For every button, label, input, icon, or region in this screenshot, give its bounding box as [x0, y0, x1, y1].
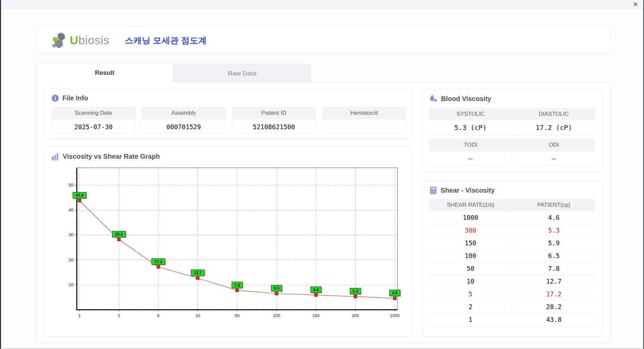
- chart-area: 10203040501251050100150300100043.828.217…: [61, 164, 406, 325]
- shear-viscosity-title-row: Shear - Viscosity: [429, 186, 595, 195]
- file-info-title-row: File Info: [51, 94, 406, 102]
- logo-letter-u: U: [70, 34, 78, 47]
- file-info-panel: File Info Scanning Date 2025-07-30 Assem…: [44, 89, 413, 139]
- svg-text:10: 10: [69, 282, 73, 287]
- svg-text:50: 50: [69, 183, 73, 188]
- field-value: [322, 120, 406, 134]
- field-patient-id: Patient ID 52108621500: [232, 107, 316, 134]
- sv-patient: 43.8: [512, 313, 596, 326]
- blood-viscosity-panel: Blood Viscosity SYSTOLIC DIASTOLIC 5.3 (…: [422, 89, 602, 172]
- sv-shear-rate: 1000: [429, 211, 512, 224]
- bar-chart-icon: [51, 152, 59, 160]
- svg-text:12.7: 12.7: [194, 270, 202, 275]
- shear-viscosity-table: SHEAR RATE(1/s) PATIENT(cp) 1000 4.6 300…: [429, 199, 595, 326]
- left-column: File Info Scanning Date 2025-07-30 Assem…: [44, 89, 413, 337]
- bv-header-systolic: SYSTOLIC: [429, 108, 512, 120]
- svg-text:43.8: 43.8: [75, 193, 84, 198]
- sv-header-patient: PATIENT(cp): [512, 199, 595, 211]
- result-content: File Info Scanning Date 2025-07-30 Assem…: [36, 82, 611, 343]
- bv-value-todi: –: [429, 151, 512, 166]
- app-title: 스캐닝 모세관 점도계: [125, 35, 207, 46]
- svg-text:150: 150: [312, 313, 320, 318]
- tab-bar: Result Raw Data: [36, 62, 311, 83]
- sv-shear-rate: 10: [429, 275, 512, 288]
- bv-value-systolic: 5.3 (cP): [429, 120, 512, 135]
- close-icon[interactable]: ✕: [633, 1, 638, 7]
- svg-text:300: 300: [352, 313, 359, 318]
- right-column: Blood Viscosity SYSTOLIC DIASTOLIC 5.3 (…: [422, 89, 602, 337]
- tab-raw-data[interactable]: Raw Data: [173, 64, 311, 83]
- graph-title: Viscosity vs Shear Rate Graph: [63, 153, 160, 160]
- bv-header-todi: TODI: [429, 139, 512, 151]
- sv-shear-rate: 2: [429, 301, 512, 313]
- svg-text:4.6: 4.6: [392, 291, 398, 295]
- logo-word-rest: biosis: [78, 34, 109, 47]
- svg-text:40: 40: [69, 207, 73, 212]
- calculator-icon: [429, 186, 437, 195]
- sv-shear-rate: 100: [429, 250, 512, 262]
- sv-shear-rate: 5: [429, 288, 512, 300]
- svg-text:28.2: 28.2: [115, 232, 123, 237]
- field-label: Patient ID: [232, 107, 316, 119]
- bv-header-row: TODI ODI: [429, 139, 595, 151]
- svg-text:1000: 1000: [390, 313, 400, 318]
- bv-header-odi: ODI: [512, 139, 595, 151]
- svg-text:30: 30: [69, 232, 73, 237]
- blood-viscosity-table: SYSTOLIC DIASTOLIC 5.3 (cP) 17.2 (cP) TO…: [429, 108, 595, 166]
- field-assembly: Assembly 000701529: [142, 107, 226, 134]
- file-info-fields: Scanning Date 2025-07-30 Assembly 000701…: [51, 107, 406, 134]
- sv-patient: 5.9: [512, 237, 596, 249]
- tab-result[interactable]: Result: [36, 62, 173, 83]
- sv-patient: 5.3: [512, 224, 596, 237]
- svg-text:5.3: 5.3: [353, 289, 358, 294]
- sv-shear-rate: 50: [429, 262, 512, 275]
- svg-text:20: 20: [69, 257, 73, 262]
- table-row: 50 7.8: [429, 262, 595, 275]
- app-window: ✕ Ubiosis 스캐닝 모세관 점도계 Result Raw Data: [0, 0, 644, 349]
- sv-patient: 28.2: [512, 301, 596, 313]
- table-row: 1000 4.6: [429, 211, 595, 224]
- table-row: 1 43.8: [429, 313, 595, 326]
- sv-patient: 6.5: [512, 250, 596, 262]
- field-label: Scanning Date: [51, 107, 136, 119]
- svg-text:100: 100: [273, 313, 280, 318]
- table-row: 150 5.9: [429, 237, 595, 250]
- bv-value-odi: –: [512, 151, 596, 166]
- table-row: 300 5.3: [429, 224, 595, 237]
- svg-text:1: 1: [78, 313, 80, 318]
- sv-patient: 17.2: [512, 288, 596, 300]
- bv-group-todi-odi: TODI ODI – –: [429, 139, 595, 166]
- shear-viscosity-panel: Shear - Viscosity SHEAR RATE(1/s) PATIEN…: [422, 181, 602, 337]
- bv-group-systolic-diastolic: SYSTOLIC DIASTOLIC 5.3 (cP) 17.2 (cP): [429, 108, 595, 135]
- hexagon-logo-icon: [52, 31, 68, 49]
- svg-text:6.5: 6.5: [274, 286, 279, 291]
- svg-text:7.8: 7.8: [234, 283, 240, 288]
- header-card: Ubiosis 스캐닝 모세관 점도계: [36, 27, 611, 54]
- blood-viscosity-title-row: Blood Viscosity: [429, 94, 595, 103]
- sv-header-row: SHEAR RATE(1/s) PATIENT(cp): [429, 199, 595, 211]
- sv-shear-rate: 150: [429, 237, 512, 249]
- viscosity-shear-chart: 10203040501251050100150300100043.828.217…: [61, 164, 404, 323]
- bv-header-diastolic: DIASTOLIC: [512, 108, 595, 120]
- table-row: 100 6.5: [429, 250, 595, 262]
- bv-value-row: – –: [429, 151, 595, 166]
- info-icon: [51, 94, 59, 102]
- table-row: 10 12.7: [429, 275, 595, 288]
- svg-text:50: 50: [235, 313, 239, 318]
- bv-header-row: SYSTOLIC DIASTOLIC: [429, 108, 595, 120]
- file-info-title: File Info: [62, 94, 88, 102]
- window-titlebar: ✕: [1, 0, 643, 9]
- shear-viscosity-title: Shear - Viscosity: [441, 187, 495, 194]
- svg-text:17.2: 17.2: [154, 259, 162, 264]
- field-scanning-date: Scanning Date 2025-07-30: [51, 107, 136, 134]
- svg-text:5.9: 5.9: [313, 288, 319, 292]
- bv-value-diastolic: 17.2 (cP): [512, 120, 596, 135]
- sv-patient: 4.6: [512, 211, 596, 224]
- brand-logo: Ubiosis: [52, 31, 109, 49]
- viscosity-graph-panel: Viscosity vs Shear Rate Graph 1020304050…: [44, 147, 413, 337]
- sv-shear-rate: 1: [429, 313, 512, 326]
- field-label: Hematocrit: [322, 107, 406, 119]
- sv-patient: 7.8: [512, 262, 596, 275]
- field-value: 52108621500: [232, 120, 316, 134]
- svg-text:10: 10: [195, 313, 200, 318]
